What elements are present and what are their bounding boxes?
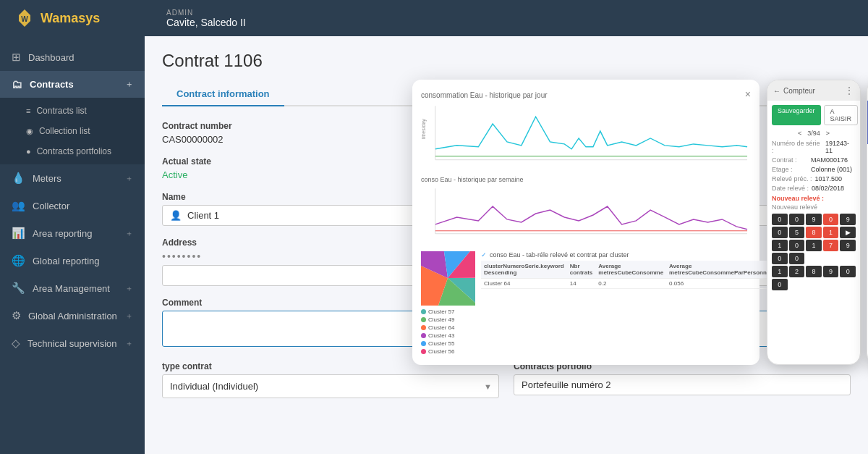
sidebar-item-label: Collector <box>33 201 69 211</box>
table-header-nbr: Nbr contrats <box>567 261 596 279</box>
area-management-expand-icon: ＋ <box>125 283 133 294</box>
header-location: Cavite, Salcedo II <box>166 17 246 28</box>
table-header-cluster: clusterNumeroSerie.keyword Descending <box>481 261 567 279</box>
sidebar-item-area-management[interactable]: 🔧 Area Management ＋ <box>0 274 145 302</box>
sidebar-subitem-label: Collection list <box>39 126 90 136</box>
chart-title-2: conso Eau - historique par semaine <box>421 176 751 183</box>
type-contrat-group: type contrat Individual (Individuel) Com… <box>162 361 499 398</box>
chart-svg-2 <box>421 185 751 243</box>
collection-list-icon: ◉ <box>26 127 33 136</box>
meters-expand-icon: ＋ <box>125 173 133 184</box>
logo-icon: W <box>14 8 35 28</box>
phone-mockup-1: ← Compteur ⋮ Sauvegarder A SAISIR < 3/94 <box>767 80 861 365</box>
header-info: ADMIN Cavite, Salcedo II <box>166 9 246 28</box>
sidebar-item-label: Meters <box>33 173 61 184</box>
phone1-keypad: 00909 0581▶ 10179 00 12890 0 <box>772 214 856 290</box>
sidebar-subitem-contracts-list[interactable]: ≡ Contracts list <box>0 101 145 121</box>
table-cell-nbr: 14 <box>567 279 596 289</box>
tech-icon: ◇ <box>12 337 20 350</box>
table-cell-avg1: 0.2 <box>595 279 666 289</box>
contracts-expand-icon: ＋ <box>125 79 133 90</box>
phone1-menu-icon: ⋮ <box>844 85 854 96</box>
sidebar-item-label: Global reporting <box>33 256 100 266</box>
sidebar-item-label: Contracts <box>30 79 74 90</box>
bottom-form-row: type contrat Individual (Individuel) Com… <box>162 361 851 398</box>
table-cell-avg2: 0.056 <box>666 279 773 289</box>
chart-close-button[interactable]: × <box>745 88 751 100</box>
table-row: Cluster 64 14 0.2 0.056 <box>481 279 773 289</box>
sidebar-item-contracts[interactable]: 🗂 Contracts ＋ <box>0 71 145 98</box>
phone1-body: Sauvegarder A SAISIR < 3/94 > Numéro de … <box>767 101 860 295</box>
sidebar-item-label: Area reporting <box>33 228 92 239</box>
chart-table-title: conso Eau - tab-réle relevé et contrat p… <box>490 251 629 258</box>
sidebar-subitem-label: Contracts portfolios <box>37 146 111 156</box>
sidebar-item-dashboard[interactable]: ⊞ Dashboard <box>0 43 145 71</box>
table-cell-cluster: Cluster 64 <box>481 279 567 289</box>
phone1-back-icon: ← <box>773 87 780 95</box>
sidebar: ⊞ Dashboard 🗂 Contracts ＋ ≡ Contracts li… <box>0 36 145 454</box>
svg-text:W: W <box>21 15 28 23</box>
sidebar-subitem-collection-list[interactable]: ◉ Collection list <box>0 121 145 141</box>
collector-icon: 👥 <box>12 199 25 212</box>
contracts-icon: 🗂 <box>12 78 22 91</box>
global-admin-expand-icon: ＋ <box>125 311 133 321</box>
main-content: Contrat 1106 Contract information Contra… <box>145 36 868 454</box>
area-reporting-icon: 📊 <box>12 227 25 240</box>
chart-section-1: consommation Eau - historique par jour l… <box>421 91 751 170</box>
overlay-container: × consommation Eau - historique par jour… <box>412 80 868 365</box>
logo-area: W Wamasys <box>14 8 152 28</box>
sidebar-item-global-admin[interactable]: ⚙ Global Administration ＋ <box>0 302 145 329</box>
area-reporting-expand-icon: ＋ <box>125 228 133 239</box>
sidebar-item-tech-supervision[interactable]: ◇ Technical supervision ＋ <box>0 329 145 357</box>
chart-card: × consommation Eau - historique par jour… <box>412 80 760 365</box>
sidebar-item-label: Global Administration <box>28 311 117 321</box>
sidebar-item-meters[interactable]: 💧 Meters ＋ <box>0 164 145 192</box>
tab-contract-info[interactable]: Contract information <box>162 83 284 106</box>
area-management-icon: 🔧 <box>12 282 25 295</box>
tech-expand-icon: ＋ <box>125 338 133 349</box>
logo-text: Wamasys <box>41 11 100 26</box>
pie-legend: Cluster 57 Cluster 49 Cluster 64 Cluster… <box>421 308 475 355</box>
portfolio-input[interactable] <box>514 374 851 395</box>
chart-svg-1: litres/day <box>421 102 751 167</box>
phone1-nav: < 3/94 > <box>772 130 856 137</box>
phone1-btn-row: Sauvegarder A SAISIR <box>772 105 856 125</box>
cluster-table-area: ✓ conso Eau - tab-réle relevé et contrat… <box>481 251 773 356</box>
contracts-list-icon: ≡ <box>26 106 30 115</box>
header-admin-label: ADMIN <box>166 9 246 17</box>
pie-table-row: Cluster 57 Cluster 49 Cluster 64 Cluster… <box>421 251 751 356</box>
dashboard-icon: ⊞ <box>12 51 21 64</box>
phone-mockups: ← Compteur ⋮ Sauvegarder A SAISIR < 3/94 <box>767 80 868 365</box>
sidebar-item-collector[interactable]: 👥 Collector <box>0 192 145 219</box>
table-header-avg1: Average metresCubeConsomme <box>595 261 666 279</box>
sidebar-item-global-reporting[interactable]: 🌐 Global reporting <box>0 247 145 274</box>
sidebar-item-label: Technical supervision <box>27 338 117 349</box>
type-contrat-select[interactable]: Individual (Individuel) Commercial Indus… <box>162 374 499 398</box>
sidebar-item-label: Dashboard <box>28 52 75 63</box>
main-layout: ⊞ Dashboard 🗂 Contracts ＋ ≡ Contracts li… <box>0 36 868 454</box>
meters-icon: 💧 <box>12 172 25 185</box>
sidebar-subitem-label: Contracts list <box>36 106 86 116</box>
table-header-avg2: Average metresCubeConsommeParPersonne <box>666 261 773 279</box>
phone1-header: ← Compteur ⋮ <box>767 80 860 101</box>
sidebar-subitem-portfolios[interactable]: ● Contracts portfolios <box>0 141 145 161</box>
chart-section-2: conso Eau - historique par semaine <box>421 176 751 245</box>
pie-chart-area: Cluster 57 Cluster 49 Cluster 64 Cluster… <box>421 251 475 356</box>
phone1-nav-count: 3/94 <box>807 130 820 137</box>
phone1-nav-next[interactable]: > <box>826 130 830 137</box>
phone1-nav-prev[interactable]: < <box>798 130 801 137</box>
phone1-new-releve-value: Nouveau relevé <box>772 203 856 211</box>
cluster-table: clusterNumeroSerie.keyword Descending Nb… <box>481 261 773 289</box>
global-admin-icon: ⚙ <box>12 309 21 322</box>
pie-svg <box>421 251 475 306</box>
phone1-title: Compteur <box>783 87 815 95</box>
sidebar-item-label: Area Management <box>33 283 110 294</box>
phone1-save-btn[interactable]: Sauvegarder <box>772 105 821 125</box>
person-icon: 👤 <box>170 210 182 221</box>
page-title: Contrat 1106 <box>162 51 851 71</box>
type-contrat-select-wrapper: Individual (Individuel) Commercial Indus… <box>162 374 499 398</box>
sidebar-item-area-reporting[interactable]: 📊 Area reporting ＋ <box>0 219 145 247</box>
portfolios-icon: ● <box>26 147 31 156</box>
phone1-saisir-btn[interactable]: A SAISIR <box>824 105 859 125</box>
svg-text:litres/day: litres/day <box>421 119 427 139</box>
